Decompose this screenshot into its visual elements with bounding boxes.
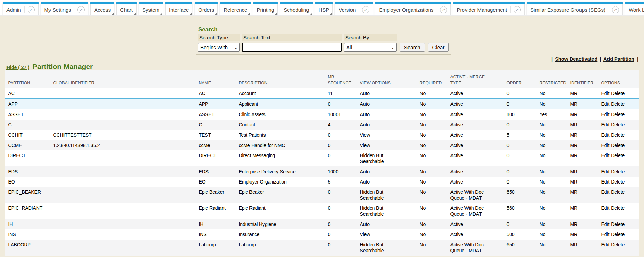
sort-link-view-options[interactable]: VIEW OPTIONS (360, 81, 391, 85)
delete-link[interactable]: Delete (611, 91, 625, 96)
cell-active-merge-type: Active With Doc Queue - MDAT (448, 187, 504, 203)
table-row-epic-beaker[interactable]: EPIC_BEAKEREpic BeakerEpic Beaker0Hidden… (5, 187, 639, 203)
tab-accent-bar (315, 2, 333, 4)
nav-tab-interface[interactable]: Interface (165, 2, 192, 15)
cell-partition: EDS (5, 166, 51, 177)
edit-link[interactable]: Edit (601, 101, 610, 107)
cell-identifier: MR (568, 229, 599, 240)
sort-link-identifier[interactable]: IDENTIFIER (570, 81, 594, 85)
delete-link[interactable]: Delete (611, 232, 625, 237)
search-panel: Search Search Type Search Text Search By… (196, 26, 451, 55)
external-link-icon: ↗ (440, 6, 447, 13)
delete-link[interactable]: Delete (611, 205, 625, 211)
table-row-labcorp[interactable]: LABCORPLabcorpLabcorp0Hidden But Searcha… (5, 240, 639, 256)
sort-link-required[interactable]: REQUIRED (420, 81, 442, 85)
nav-tab-my-settings[interactable]: My Settings↗ (41, 2, 88, 15)
show-deactivated-link[interactable]: Show Deactivated (555, 56, 597, 62)
edit-link[interactable]: Edit (601, 143, 610, 148)
delete-link[interactable]: Delete (611, 221, 625, 227)
edit-link[interactable]: Edit (601, 132, 610, 138)
cell-order: 0 (504, 120, 537, 130)
edit-link[interactable]: Edit (601, 189, 610, 195)
table-row-ac[interactable]: ACACAccount11AutoNoActive0NoMREditDelete (5, 88, 639, 99)
sort-link-partition[interactable]: PARTITION (8, 81, 30, 85)
nav-tab-printing[interactable]: Printing (253, 2, 278, 15)
edit-link[interactable]: Edit (601, 205, 610, 211)
nav-tab-admin[interactable]: Admin↗ (3, 2, 39, 15)
nav-tab-scheduling[interactable]: Scheduling (280, 2, 313, 15)
nav-tab-system[interactable]: System (139, 2, 163, 15)
table-row-eo[interactable]: EOEOEmployer Organization5AutoNoActive0N… (5, 177, 639, 187)
table-row-c[interactable]: CCContact4AutoNoActive0NoMREditDelete (5, 120, 639, 130)
edit-link[interactable]: Edit (601, 112, 610, 117)
delete-link[interactable]: Delete (611, 179, 625, 185)
cell-mr-sequence: 10001 (325, 109, 357, 120)
edit-link[interactable]: Edit (601, 153, 610, 158)
edit-link[interactable]: Edit (601, 232, 610, 237)
cell-global-identifier (51, 150, 196, 166)
search-button[interactable]: Search (400, 43, 425, 52)
edit-link[interactable]: Edit (601, 122, 610, 127)
nav-tab-hsp[interactable]: HSP (315, 2, 333, 15)
table-row-ccme[interactable]: CCME1.2.840.114398.1.35.2ccMeccMe Handle… (5, 140, 639, 150)
edit-link[interactable]: Edit (601, 91, 610, 96)
delete-link[interactable]: Delete (611, 189, 625, 195)
delete-link[interactable]: Delete (611, 153, 625, 158)
search-by-select[interactable]: All ⌄ (344, 43, 397, 52)
edit-link[interactable]: Edit (601, 179, 610, 185)
delete-link[interactable]: Delete (611, 242, 625, 247)
delete-link[interactable]: Delete (611, 101, 625, 107)
search-buttons: Search Clear (399, 43, 449, 52)
sort-link-global-identifier[interactable]: GLOBAL IDENTIFIER (53, 81, 95, 85)
nav-tab-employer-organizations[interactable]: Employer Organizations↗ (375, 2, 451, 15)
cell-view-options: Hidden But Searchable (357, 150, 417, 166)
pipe-separator: | (551, 56, 553, 62)
table-row-ih[interactable]: IHIHIndustrial Hygiene0AutoNoActive0NoMR… (5, 219, 639, 229)
nav-tab-access[interactable]: Access (90, 2, 114, 15)
column-header-required: REQUIRED (417, 70, 448, 88)
table-row-eds[interactable]: EDSEDSEnterprise Delivery Service1000Aut… (5, 166, 639, 177)
tab-accent-bar (280, 2, 313, 4)
table-row-app[interactable]: APPAPPApplicant0AutoNoActive0NoMREditDel… (5, 99, 639, 109)
edit-link[interactable]: Edit (601, 221, 610, 227)
add-partition-link[interactable]: Add Partition (603, 56, 634, 62)
delete-link[interactable]: Delete (611, 132, 625, 138)
nav-tab-orders[interactable]: Orders (195, 2, 218, 15)
nav-tab-similar-exposure-groups-segs[interactable]: Similar Exposure Groups (SEGs)↗ (527, 2, 623, 15)
clear-button[interactable]: Clear (428, 43, 449, 52)
sort-link-restricted[interactable]: RESTRICTED (540, 81, 567, 85)
search-text-input[interactable] (242, 43, 342, 52)
sort-link-name[interactable]: NAME (199, 81, 211, 85)
table-row-asset[interactable]: ASSETASSETClinic Assets10001AutoNoActive… (5, 109, 639, 120)
nav-tab-chart[interactable]: Chart (116, 2, 137, 15)
sort-link-mr-sequence[interactable]: MRSEQUENCE (328, 75, 352, 85)
table-row-epic-radiant[interactable]: EPIC_RADIANTEpic RadiantEpic Radiant0Hid… (5, 203, 639, 219)
tab-accent-bar (453, 2, 525, 4)
dropdown-corner-icon (248, 13, 250, 15)
nav-tab-provider-management[interactable]: Provider Management↗ (453, 2, 525, 15)
edit-link[interactable]: Edit (601, 242, 610, 247)
nav-tab-reference[interactable]: Reference (220, 2, 251, 15)
active-merge-type-text: Active (450, 91, 489, 96)
delete-link[interactable]: Delete (611, 143, 625, 148)
view-options-text: Auto (360, 122, 387, 128)
cell-identifier: MR (568, 166, 599, 177)
nav-tab-version[interactable]: Version↗ (335, 2, 373, 15)
table-row-cchit[interactable]: CCHITCCHITTESTTESTTESTTest Patients0View… (5, 130, 639, 140)
delete-link[interactable]: Delete (611, 122, 625, 127)
delete-link[interactable]: Delete (611, 169, 625, 174)
table-row-direct[interactable]: DIRECTDIRECTDirect Messaging0Hidden But … (5, 150, 639, 166)
cell-required: No (417, 130, 448, 140)
table-row-ins[interactable]: INSINSInsurance0ViewNoActive500NoMREditD… (5, 229, 639, 240)
edit-link[interactable]: Edit (601, 169, 610, 174)
cell-restricted: No (537, 150, 568, 166)
search-type-select[interactable]: Begins With ⌄ (198, 43, 240, 52)
tab-label: Provider Management (457, 7, 507, 13)
sort-link-active-merge-type[interactable]: ACTIVE - MERGETYPE (450, 75, 485, 85)
sort-link-order[interactable]: ORDER (507, 81, 522, 85)
cell-view-options: Auto (357, 99, 417, 109)
hide-count-link[interactable]: Hide ( 27 ) (6, 65, 29, 70)
nav-tab-work-locations[interactable]: Work Locations↗ (625, 2, 644, 15)
sort-link-description[interactable]: DESCRIPTION (239, 81, 268, 85)
delete-link[interactable]: Delete (611, 112, 625, 117)
